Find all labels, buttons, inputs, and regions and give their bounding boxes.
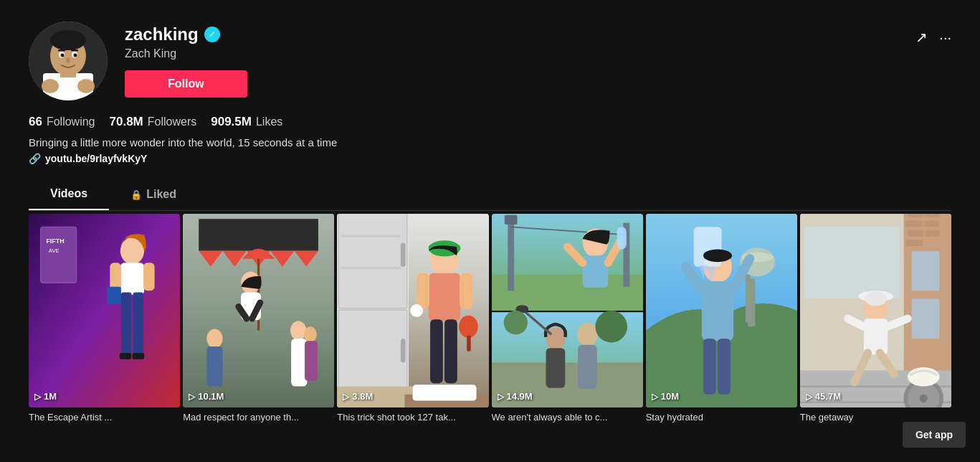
video-card-6[interactable]: ▷ 45.7M The getaway (800, 214, 951, 424)
svg-rect-54 (417, 273, 429, 309)
svg-rect-66 (504, 215, 517, 225)
svg-point-60 (411, 304, 424, 317)
play-count-6: ▷ 45.7M (806, 391, 841, 402)
followers-count: 70.8M (110, 115, 143, 129)
svg-rect-46 (401, 339, 406, 362)
svg-text:AVE: AVE (49, 248, 60, 254)
svg-rect-93 (701, 281, 733, 341)
video-title-3: This trick shot took 127 tak... (337, 407, 488, 424)
play-count-1: ▷ 1M (34, 391, 57, 402)
get-app-button[interactable]: Get app (903, 422, 966, 448)
svg-rect-107 (925, 230, 939, 237)
svg-rect-48 (341, 235, 401, 237)
play-icon-2: ▷ (189, 392, 195, 402)
likes-label: Likes (256, 116, 282, 128)
bio-link[interactable]: 🔗 youtu.be/9rlayfvkKyY (29, 153, 951, 164)
svg-rect-25 (110, 263, 121, 291)
svg-rect-23 (120, 353, 132, 359)
svg-rect-108 (905, 240, 923, 246)
svg-rect-49 (341, 267, 401, 269)
share-button[interactable]: ↗ (915, 29, 928, 46)
svg-point-84 (503, 311, 527, 334)
thumb-scene-5 (646, 214, 797, 407)
thumb-scene-3 (337, 214, 488, 407)
video-card-4[interactable]: ▷ 14.9M We aren't always able to c... (492, 214, 643, 424)
svg-point-8 (74, 54, 77, 57)
play-icon-1: ▷ (34, 392, 41, 402)
likes-stat[interactable]: 909.5M Likes (211, 115, 282, 129)
play-icon-3: ▷ (343, 392, 349, 402)
followers-stat[interactable]: 70.8M Followers (110, 115, 197, 129)
svg-rect-20 (120, 263, 144, 294)
svg-rect-21 (121, 292, 131, 356)
play-icon-6: ▷ (806, 392, 812, 402)
svg-point-81 (576, 323, 597, 346)
play-count-2: ▷ 10.1M (189, 391, 224, 402)
svg-rect-59 (413, 385, 477, 400)
followers-label: Followers (148, 116, 196, 128)
svg-rect-62 (467, 335, 472, 351)
svg-text:FIFTH: FIFTH (46, 237, 64, 245)
username-row: zachking ✓ (125, 24, 951, 44)
svg-point-11 (66, 57, 70, 63)
lock-icon: 🔒 (130, 189, 142, 200)
tab-videos-label: Videos (50, 187, 87, 200)
tab-videos[interactable]: Videos (29, 179, 109, 210)
play-count-3: ▷ 3.8M (343, 391, 373, 402)
svg-rect-109 (911, 251, 939, 291)
svg-rect-103 (925, 214, 939, 217)
tabs-row: Videos 🔒 Liked (29, 179, 951, 211)
svg-rect-88 (750, 279, 755, 327)
count-3: 3.8M (352, 391, 373, 402)
following-count: 66 (29, 115, 42, 129)
svg-point-99 (703, 249, 732, 262)
svg-point-4 (50, 30, 86, 50)
svg-rect-55 (460, 273, 473, 309)
svg-rect-82 (578, 345, 597, 389)
svg-point-118 (920, 395, 928, 402)
video-thumb-2: ▷ 10.1M (183, 214, 334, 407)
play-icon-4: ▷ (498, 392, 504, 402)
video-thumb-6: ▷ 45.7M (800, 214, 951, 407)
videos-grid: FIFTH AVE (0, 211, 980, 424)
video-card-2[interactable]: ▷ 10.1M Mad respect for anyone th... (183, 214, 334, 424)
tab-liked[interactable]: 🔒 Liked (109, 179, 198, 210)
video-card-3[interactable]: ▷ 3.8M This trick shot took 127 tak... (337, 214, 488, 424)
svg-point-35 (290, 321, 306, 340)
video-thumb-1: FIFTH AVE (29, 214, 180, 407)
svg-rect-104 (905, 220, 923, 227)
profile-section: ↗ ··· (0, 0, 980, 179)
svg-point-121 (865, 291, 887, 306)
svg-rect-64 (492, 275, 643, 311)
svg-point-83 (595, 311, 627, 342)
svg-rect-102 (908, 214, 923, 217)
video-thumb-3: ▷ 3.8M (337, 214, 488, 407)
svg-rect-56 (430, 319, 443, 383)
svg-rect-105 (924, 220, 938, 227)
svg-rect-9 (58, 50, 65, 52)
svg-point-61 (459, 316, 478, 338)
link-icon: 🔗 (29, 153, 41, 164)
svg-rect-16 (41, 227, 77, 283)
stats-row: 66 Following 70.8M Followers 909.5M Like… (29, 115, 951, 129)
svg-rect-24 (132, 353, 144, 359)
svg-rect-97 (703, 339, 716, 395)
following-stat[interactable]: 66 Following (29, 115, 95, 129)
svg-rect-57 (444, 319, 457, 383)
svg-rect-45 (401, 243, 406, 267)
video-card-5[interactable]: ▷ 10M Stay hydrated (646, 214, 797, 424)
play-count-5: ▷ 10M (652, 391, 679, 402)
svg-rect-43 (339, 214, 408, 308)
bio-link-text: youtu.be/9rlayfvkKyY (45, 153, 147, 164)
avatar (29, 22, 108, 100)
play-icon-5: ▷ (652, 392, 658, 402)
follow-button[interactable]: Follow (125, 70, 247, 98)
video-card-1[interactable]: FIFTH AVE (29, 214, 180, 424)
svg-rect-70 (582, 255, 608, 287)
video-title-1: The Escape Artist ... (29, 407, 180, 424)
svg-point-39 (304, 326, 317, 342)
more-button[interactable]: ··· (939, 29, 951, 46)
bio-text: Bringing a little more wonder into the w… (29, 136, 951, 148)
display-name: Zach King (125, 47, 951, 60)
svg-point-12 (42, 79, 59, 93)
